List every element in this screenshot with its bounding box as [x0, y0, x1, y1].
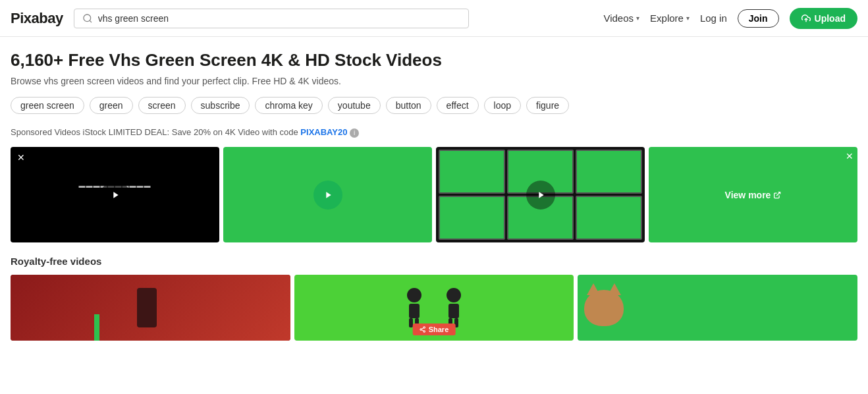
sponsored-view-more[interactable]: ✕ View more	[649, 147, 857, 242]
sponsored-video-3[interactable]	[436, 147, 645, 242]
svg-line-3	[776, 192, 780, 196]
ninja-body	[448, 304, 459, 318]
explore-label: Explore	[650, 13, 684, 24]
tag-subscribe[interactable]: subscribe	[191, 97, 250, 114]
promo-code[interactable]: PIXABAY20	[300, 127, 347, 137]
header: Pixabay Videos ▾ Explore ▾ Log in Join U…	[0, 0, 868, 37]
play-icon[interactable]	[101, 181, 130, 210]
upload-label: Upload	[815, 13, 846, 24]
sponsored-text: Sponsored Videos iStock LIMITED DEAL: Sa…	[11, 127, 298, 137]
svg-line-1	[90, 20, 92, 22]
royalty-video-3[interactable]	[578, 275, 857, 341]
nav-right: Videos ▾ Explore ▾ Log in Join Upload	[603, 8, 857, 29]
search-icon	[82, 13, 93, 24]
tag-figure[interactable]: figure	[526, 97, 569, 114]
svg-point-6	[423, 331, 425, 333]
play-icon[interactable]	[526, 181, 555, 210]
svg-point-4	[423, 327, 425, 329]
ninja-head	[407, 288, 421, 302]
external-link-icon	[773, 191, 781, 199]
close-icon[interactable]: ✕	[14, 151, 28, 164]
sponsored-banner: Sponsored Videos iStock LIMITED DEAL: Sa…	[11, 127, 857, 138]
videos-label: Videos	[603, 13, 634, 24]
close-icon[interactable]: ✕	[846, 151, 854, 161]
logo[interactable]: Pixabay	[11, 10, 63, 27]
tag-screen[interactable]: screen	[138, 97, 186, 114]
tag-green[interactable]: green	[90, 97, 133, 114]
cat-face	[584, 290, 624, 326]
tag-loop[interactable]: loop	[484, 97, 521, 114]
join-button[interactable]: Join	[738, 9, 779, 28]
ninja-head	[447, 288, 461, 302]
svg-point-5	[420, 329, 422, 331]
cat-ear-left	[587, 283, 600, 295]
main-content: 6,160+ Free Vhs Green Screen 4K & HD Sto…	[0, 37, 868, 341]
cat-ear-right	[608, 283, 621, 295]
page-subtitle: Browse vhs green screen videos and find …	[11, 76, 857, 86]
view-more-label[interactable]: View more	[725, 190, 782, 200]
chevron-down-icon: ▾	[636, 14, 639, 22]
svg-line-8	[421, 328, 423, 329]
royalty-video-2[interactable]: Share	[294, 275, 574, 341]
tag-green-screen[interactable]: green screen	[11, 97, 84, 114]
royalty-video-1[interactable]	[11, 275, 290, 341]
tag-button[interactable]: button	[386, 97, 431, 114]
explore-dropdown[interactable]: Explore ▾	[650, 13, 690, 24]
page-title: 6,160+ Free Vhs Green Screen 4K & HD Sto…	[11, 50, 857, 70]
green-bar	[94, 314, 99, 341]
royalty-free-label: Royalty-free videos	[11, 256, 857, 267]
tag-effect[interactable]: effect	[437, 97, 479, 114]
ninja-figure-right	[441, 288, 467, 327]
cat-container	[578, 275, 857, 341]
login-button[interactable]: Log in	[700, 13, 727, 24]
tag-chroma-key[interactable]: chroma key	[255, 97, 322, 114]
ninja-figure-left	[401, 288, 427, 327]
upload-icon	[801, 14, 811, 23]
sponsored-video-2[interactable]	[223, 147, 432, 242]
tags-container: green screen green screen subscribe chro…	[11, 97, 857, 114]
sponsored-video-grid: ✕ ▬▬▬▬▬▬▬▬▬▬	[11, 147, 857, 242]
svg-line-7	[421, 330, 423, 331]
share-badge[interactable]: Share	[413, 324, 456, 335]
sponsored-video-1[interactable]: ✕ ▬▬▬▬▬▬▬▬▬▬	[11, 147, 219, 242]
share-icon	[420, 326, 426, 333]
red-thumb-content	[11, 275, 290, 341]
tag-youtube[interactable]: youtube	[328, 97, 381, 114]
search-input[interactable]	[98, 13, 460, 24]
info-icon[interactable]: i	[350, 128, 359, 138]
svg-point-0	[84, 14, 91, 22]
play-icon[interactable]	[313, 181, 342, 210]
royalty-free-grid: Share	[11, 275, 857, 341]
videos-dropdown[interactable]: Videos ▾	[603, 13, 639, 24]
search-bar	[74, 9, 469, 28]
red-shape	[137, 288, 157, 327]
ninja-body	[409, 304, 420, 318]
upload-button[interactable]: Upload	[790, 8, 857, 29]
chevron-down-icon: ▾	[686, 14, 690, 22]
